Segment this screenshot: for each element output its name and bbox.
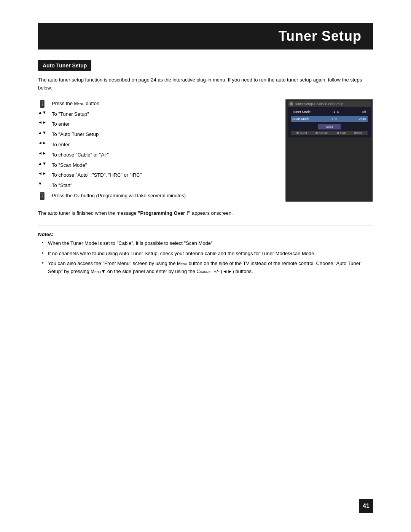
tv-footer-operate: Operate bbox=[315, 132, 328, 134]
note-item-2: • If no channels were found using Auto T… bbox=[38, 250, 373, 258]
tv-footer-operate-label: Operate bbox=[319, 132, 328, 134]
step-text-10: Press the Ok button (Programming will ta… bbox=[52, 191, 186, 200]
note-item-1: • When the Tuner Mode is set to "Cable",… bbox=[38, 240, 373, 248]
svg-rect-5 bbox=[41, 105, 41, 105]
tv-icon-dot bbox=[290, 102, 293, 105]
tv-scan-mode-label: Scan Mode bbox=[292, 117, 310, 121]
left-right-arrow-icon-2: ◄► bbox=[38, 140, 52, 145]
page-title: Tuner Setup bbox=[279, 28, 362, 44]
tv-menu-row-scan: Scan Mode ◄ ► Auto bbox=[291, 116, 368, 122]
remote-icon-2 bbox=[38, 191, 52, 200]
tv-screen-mockup: Tuner Setup > Auto Tuner Setup Tuner Mod… bbox=[285, 99, 373, 202]
step-text-9: To "Start" bbox=[52, 181, 72, 190]
outcome-text-after: appears onscreen. bbox=[190, 210, 233, 216]
tv-footer-back-label: Back bbox=[340, 132, 346, 134]
notes-label: Notes: bbox=[38, 232, 373, 237]
step-row: ◄► To choose "Auto", "STD", "HRC" or "IR… bbox=[38, 171, 274, 179]
note-bullet-1: • bbox=[42, 240, 46, 246]
note-text-3: You can also access the "Front Menu" scr… bbox=[48, 260, 373, 276]
step-row: ◄► To choose "Cable" or "Air" bbox=[38, 150, 274, 159]
tv-scan-arrows: ◄ ► bbox=[330, 117, 338, 121]
step-text-5: To enter bbox=[52, 140, 70, 149]
step-row: ▲▼ To "Scan Mode" bbox=[38, 161, 274, 169]
title-banner: Tuner Setup bbox=[38, 23, 373, 50]
note-text-1: When the Tuner Mode is set to "Cable", i… bbox=[48, 240, 213, 248]
step-row: ◄► To enter bbox=[38, 120, 274, 128]
tv-footer: Select Operate Back Exit bbox=[291, 131, 368, 135]
left-right-arrow-icon-4: ◄► bbox=[38, 171, 52, 176]
tv-footer-back: Back bbox=[337, 132, 346, 134]
steps-area: Press the Menu button ▲▼ To "Tuner Setup… bbox=[38, 99, 373, 202]
step-row: ▲▼ To "Auto Tuner Setup" bbox=[38, 130, 274, 139]
tv-start-button: Start bbox=[318, 124, 341, 129]
section-divider bbox=[38, 225, 373, 225]
note-bullet-2: • bbox=[42, 250, 46, 256]
svg-rect-1 bbox=[41, 101, 43, 102]
svg-point-9 bbox=[42, 195, 43, 196]
tv-footer-select-label: Select bbox=[299, 132, 307, 134]
step-text-4: To "Auto Tuner Setup" bbox=[52, 130, 100, 139]
tv-screen-body: Tuner Mode ◄ ► Air Scan Mode ◄ ► Auto St… bbox=[288, 107, 371, 137]
tv-menu-row-tuner: Tuner Mode ◄ ► Air bbox=[291, 109, 368, 115]
up-down-arrow-icon-3: ▲▼ bbox=[38, 161, 52, 166]
section-header: Auto Tuner Setup bbox=[38, 60, 91, 71]
tv-screen-header: Tuner Setup > Auto Tuner Setup bbox=[288, 101, 371, 107]
intro-paragraph: The auto tuner setup function is describ… bbox=[38, 76, 373, 92]
left-right-arrow-icon-3: ◄► bbox=[38, 150, 52, 155]
tv-footer-exit: Exit bbox=[354, 132, 362, 134]
tv-tuner-mode-value: Air bbox=[362, 110, 366, 114]
svg-rect-11 bbox=[42, 197, 43, 198]
page-container: Tuner Setup Auto Tuner Setup The auto tu… bbox=[0, 0, 411, 532]
tv-tuner-mode-label: Tuner Mode bbox=[292, 110, 311, 114]
svg-rect-4 bbox=[42, 105, 43, 105]
outcome-paragraph: The auto tuner is finished when the mess… bbox=[38, 209, 373, 217]
tv-footer-dot-exit bbox=[354, 132, 357, 134]
notes-section: Notes: • When the Tuner Mode is set to "… bbox=[38, 232, 373, 276]
svg-rect-12 bbox=[41, 197, 41, 197]
note-bullet-3: • bbox=[42, 260, 46, 266]
svg-point-2 bbox=[42, 102, 43, 104]
step-text-3: To enter bbox=[52, 120, 70, 128]
svg-rect-10 bbox=[42, 197, 43, 197]
tv-footer-dot-select bbox=[296, 132, 299, 134]
step-row: ◄► To enter bbox=[38, 140, 274, 149]
svg-rect-3 bbox=[42, 104, 43, 104]
outcome-text-before: The auto tuner is finished when the mess… bbox=[38, 210, 138, 216]
down-arrow-icon: ▼ bbox=[38, 181, 52, 186]
tv-screen-header-text: Tuner Setup > Auto Tuner Setup bbox=[294, 102, 343, 106]
step-row: Press the Ok button (Programming will ta… bbox=[38, 191, 274, 200]
step-text-6: To choose "Cable" or "Air" bbox=[52, 150, 109, 159]
tv-tuner-arrows: ◄ ► bbox=[332, 110, 340, 114]
tv-footer-select: Select bbox=[296, 132, 307, 134]
step-row: Press the Menu button bbox=[38, 99, 274, 108]
steps-list: Press the Menu button ▲▼ To "Tuner Setup… bbox=[38, 99, 274, 202]
step-text-1: Press the Menu button bbox=[52, 99, 99, 108]
svg-rect-6 bbox=[43, 105, 43, 105]
step-text-8: To choose "Auto", "STD", "HRC" or "IRC" bbox=[52, 171, 142, 179]
remote-icon-1 bbox=[38, 99, 52, 108]
page-number: 41 bbox=[359, 499, 373, 513]
up-down-arrow-icon-2: ▲▼ bbox=[38, 130, 52, 135]
outcome-bold: "Programming Over !" bbox=[138, 210, 190, 216]
tv-footer-dot-operate bbox=[315, 132, 318, 134]
tv-footer-dot-back bbox=[337, 132, 339, 134]
left-right-arrow-icon-1: ◄► bbox=[38, 120, 52, 125]
note-item-3: • You can also access the "Front Menu" s… bbox=[38, 260, 373, 276]
tv-scan-mode-value: Auto bbox=[359, 117, 366, 121]
step-text-2: To "Tuner Setup" bbox=[52, 110, 89, 118]
up-down-arrow-icon-1: ▲▼ bbox=[38, 110, 52, 115]
step-row: ▲▼ To "Tuner Setup" bbox=[38, 110, 274, 118]
step-text-7: To "Scan Mode" bbox=[52, 161, 87, 169]
step-row: ▼ To "Start" bbox=[38, 181, 274, 190]
svg-rect-8 bbox=[41, 193, 43, 194]
tv-footer-exit-label: Exit bbox=[357, 132, 362, 134]
svg-rect-13 bbox=[43, 197, 43, 197]
note-text-2: If no channels were found using Auto Tun… bbox=[48, 250, 315, 258]
section-header-text: Auto Tuner Setup bbox=[43, 62, 87, 69]
